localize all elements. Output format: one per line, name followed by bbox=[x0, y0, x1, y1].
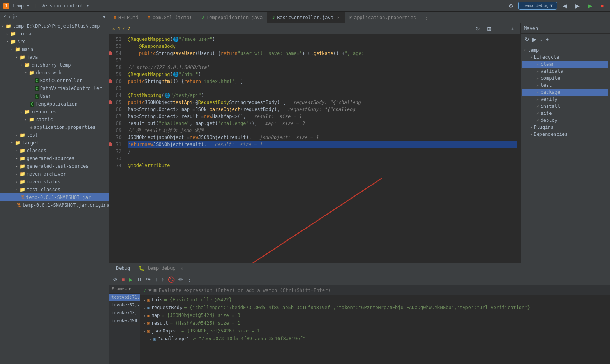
frame-item[interactable]: invoke:62,-1 bbox=[109, 301, 140, 309]
editor-content[interactable]: 52535457585960636465666768697071727374 @… bbox=[109, 34, 520, 263]
stop-button[interactable]: ■ bbox=[598, 1, 607, 11]
tab-more-btn[interactable]: ⋮ bbox=[421, 15, 432, 20]
tab-tempapp[interactable]: JTempApplication.java bbox=[197, 12, 268, 23]
maven-item[interactable]: ▾Lifecycle bbox=[522, 54, 608, 61]
tree-item[interactable]: 🗜temp-0.0.1-SNAPSHOT.jar bbox=[0, 193, 109, 201]
maven-add-btn[interactable]: + bbox=[545, 35, 550, 43]
tree-item[interactable]: ▸📁.idea bbox=[0, 30, 109, 38]
tree-item[interactable]: ▾📁src bbox=[0, 38, 109, 46]
project-name[interactable]: temp bbox=[12, 3, 24, 9]
debug-tab-close[interactable]: ✕ bbox=[181, 266, 183, 271]
tree-item[interactable]: ▸📁test bbox=[0, 131, 109, 139]
line-number: 57 bbox=[109, 57, 125, 64]
tree-item[interactable]: ▾📁temp E:\DPlus\ProjectsPlus\temp bbox=[0, 22, 109, 30]
debug-stop-btn[interactable]: ■ bbox=[121, 276, 125, 283]
run-config-label: temp_debug bbox=[523, 3, 548, 8]
back-button[interactable]: ◀ bbox=[560, 1, 569, 11]
debug-edit-btn[interactable]: ✏ bbox=[178, 276, 184, 283]
maven-item[interactable]: ⚡deploy bbox=[522, 117, 608, 124]
tree-item[interactable]: CTempApplication bbox=[0, 100, 109, 108]
maven-item[interactable]: ▾temp bbox=[522, 47, 608, 54]
variable-item[interactable]: ▸ ▣ map = {JSONObject@5424} size = 3 bbox=[140, 311, 610, 319]
tab-basic[interactable]: JBasicController.java✕ bbox=[268, 12, 345, 23]
debug-tab-debugger[interactable]: Debug bbox=[112, 264, 134, 273]
code-line: Map<String,Object> result = new HashMap<… bbox=[128, 113, 517, 120]
frame-item[interactable]: testApi:71, bbox=[109, 294, 140, 301]
project-dropdown[interactable]: ▼ bbox=[27, 4, 29, 8]
tree-item[interactable]: 🗜temp-0.0.1-SNAPSHOT.jar.original bbox=[0, 201, 109, 209]
tree-item[interactable]: ▸📁classes bbox=[0, 147, 109, 155]
sidebar-dropdown[interactable]: ▼ bbox=[103, 14, 106, 19]
frames-filter-icon: ▼ bbox=[129, 287, 131, 292]
eval-input[interactable] bbox=[159, 288, 607, 293]
tree-item[interactable]: ▾📁main bbox=[0, 46, 109, 53]
maven-download-btn[interactable]: ↓ bbox=[539, 35, 543, 43]
debug-more-btn[interactable]: ⋮ bbox=[186, 276, 193, 283]
debug-stepout-btn[interactable]: ↑ bbox=[160, 276, 165, 283]
main-editor-debug: ⚠ 4 ✓ 2 ↻ ⊞ ↓ + bbox=[109, 23, 610, 364]
variable-item[interactable]: ▾ ▣ jsonObject = {JSONObject@5426} size … bbox=[140, 327, 610, 335]
frame-item[interactable]: invoke:498 bbox=[109, 317, 140, 325]
vc-dropdown[interactable]: ▼ bbox=[87, 4, 89, 8]
debug-pause-btn[interactable]: ⏸ bbox=[136, 276, 143, 283]
layout-icon-btn[interactable]: ⊞ bbox=[485, 24, 494, 33]
maven-item[interactable]: ▸Plugins bbox=[522, 124, 608, 131]
forward-button[interactable]: ▶ bbox=[573, 1, 582, 11]
maven-run-btn[interactable]: ▶ bbox=[532, 35, 538, 43]
variable-item[interactable]: ▸ ▣ "challenge" -> "7bedd073-30d5-4f89-a… bbox=[140, 335, 610, 343]
frame-item[interactable]: invoke:43,-1 bbox=[109, 309, 140, 317]
variable-item[interactable]: ▸ ▣ result = {HashMap@5425} size = 1 bbox=[140, 319, 610, 327]
tree-item[interactable]: CBasicController bbox=[0, 77, 109, 84]
tab-pom[interactable]: Mpom.xml (temp) bbox=[143, 12, 197, 23]
tree-item[interactable]: ▾📁demos.web bbox=[0, 69, 109, 77]
maven-item[interactable]: ⚡clean bbox=[522, 61, 608, 68]
debug-clear-btn[interactable]: 🚫 bbox=[167, 276, 175, 283]
tree-item[interactable]: ▸📁maven-status bbox=[0, 178, 109, 186]
tree-item[interactable]: ▾📁target bbox=[0, 139, 109, 147]
maven-item[interactable]: ⚡site bbox=[522, 110, 608, 117]
maven-item[interactable]: ⚡verify bbox=[522, 96, 608, 103]
tree-item[interactable]: CUser bbox=[0, 92, 109, 100]
maven-refresh-btn[interactable]: ↻ bbox=[524, 35, 530, 43]
tree-item[interactable]: ⚙application.properties bbox=[0, 123, 109, 131]
debug-stepover-btn[interactable]: ↷ bbox=[145, 276, 152, 283]
maven-item[interactable]: ▸Dependencies bbox=[522, 131, 608, 138]
tree-item[interactable]: ▸📁resources bbox=[0, 108, 109, 116]
tree-item[interactable]: ▸📁maven-archiver bbox=[0, 170, 109, 178]
breakpoint-indicator[interactable] bbox=[109, 79, 112, 83]
debug-rerun-btn[interactable]: ↺ bbox=[112, 276, 118, 283]
project-tree: ▾📁temp E:\DPlus\ProjectsPlus\temp▸📁.idea… bbox=[0, 22, 109, 364]
refresh-icon-btn[interactable]: ↻ bbox=[473, 24, 482, 33]
maven-item[interactable]: ⚡package bbox=[522, 89, 608, 96]
tab-appprops[interactable]: Papplication.properties bbox=[345, 12, 421, 23]
breakpoint-indicator[interactable] bbox=[109, 142, 112, 146]
breakpoint-indicator[interactable] bbox=[109, 100, 112, 104]
tree-item[interactable]: ▸📁generated-sources bbox=[0, 155, 109, 162]
code-line bbox=[128, 155, 517, 162]
debug-stepinto-btn[interactable]: ↓ bbox=[154, 276, 158, 283]
run-button[interactable]: ▶ bbox=[585, 1, 594, 11]
maven-item[interactable]: ⚡install bbox=[522, 103, 608, 110]
debug-resume-btn[interactable]: ▶ bbox=[128, 276, 134, 283]
version-control-label[interactable]: Version control bbox=[41, 3, 83, 9]
run-config-button[interactable]: temp_debug ▼ bbox=[518, 2, 557, 10]
debug-tab-config[interactable]: 🐛 temp_debug ✕ bbox=[135, 264, 187, 273]
maven-item[interactable]: ⚡compile bbox=[522, 75, 608, 82]
breakpoint-indicator[interactable] bbox=[109, 51, 112, 55]
code-line bbox=[128, 85, 517, 92]
maven-item[interactable]: ⚡validate bbox=[522, 68, 608, 75]
tab-help[interactable]: MHELP.md bbox=[109, 12, 143, 23]
tree-item[interactable]: ▸📁test-classes bbox=[0, 186, 109, 193]
download-icon-btn[interactable]: ↓ bbox=[496, 24, 506, 33]
maven-item[interactable]: ⚡test bbox=[522, 82, 608, 89]
tree-item[interactable]: ▾📁cn.sharry.temp bbox=[0, 61, 109, 69]
tree-item[interactable]: CPathVariableController bbox=[0, 84, 109, 92]
add-icon-btn[interactable]: + bbox=[508, 24, 517, 33]
variable-item[interactable]: ▸ ▣ this = {BasicController@5422} bbox=[140, 296, 610, 304]
frames-list: testApi:71,invoke:62,-1invoke:43,-1invok… bbox=[109, 294, 140, 325]
tree-item[interactable]: ▾📁java bbox=[0, 53, 109, 61]
variable-item[interactable]: ▸ ▣ requestBody = {"challenge":"7bedd073… bbox=[140, 304, 610, 311]
settings-icon-btn[interactable]: ⚙ bbox=[506, 1, 515, 11]
tree-item[interactable]: ▸📁static bbox=[0, 116, 109, 123]
tree-item[interactable]: ▸📁generated-test-sources bbox=[0, 162, 109, 170]
